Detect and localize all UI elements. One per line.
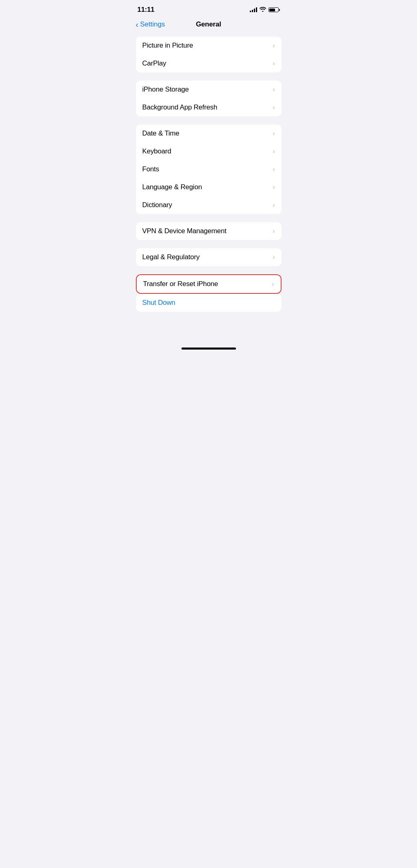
list-item-date-time[interactable]: Date & Time › [136,125,282,142]
list-item-label: Dictionary [142,201,172,209]
section-pip-carplay: Picture in Picture › CarPlay › [136,37,282,72]
settings-content: Picture in Picture › CarPlay › iPhone St… [129,37,288,336]
list-item-keyboard[interactable]: Keyboard › [136,142,282,160]
chevron-right-icon: › [273,104,275,111]
list-item-label: Transfer or Reset iPhone [143,280,218,288]
chevron-right-icon: › [273,60,275,67]
wifi-icon [260,7,266,13]
chevron-right-icon: › [273,227,275,235]
chevron-right-icon: › [273,254,275,261]
list-item-picture-in-picture[interactable]: Picture in Picture › [136,37,282,55]
shutdown-label: Shut Down [142,299,175,307]
signal-bars-icon [250,7,257,12]
list-item-label: VPN & Device Management [142,227,227,235]
status-time: 11:11 [138,6,155,14]
list-item-label: Legal & Regulatory [142,253,200,261]
list-item-legal-regulatory[interactable]: Legal & Regulatory › [136,248,282,266]
battery-icon [269,7,280,12]
chevron-right-icon: › [273,42,275,49]
list-item-shutdown[interactable]: Shut Down [136,294,282,312]
navigation-bar: ‹ Settings General [129,17,288,33]
back-chevron-icon: ‹ [136,20,139,28]
list-item-label: Picture in Picture [142,42,193,50]
home-bar [181,348,236,350]
back-button-label: Settings [140,20,165,28]
signal-bar-3 [254,9,255,12]
status-bar: 11:11 [129,0,288,17]
signal-bar-4 [256,7,257,12]
list-item-fonts[interactable]: Fonts › [136,160,282,178]
chevron-right-icon: › [272,280,274,288]
home-indicator [129,344,288,353]
chevron-right-icon: › [273,86,275,93]
section-shutdown: Shut Down [136,294,282,312]
chevron-right-icon: › [273,166,275,173]
chevron-right-icon: › [273,148,275,155]
list-item-transfer-reset[interactable]: Transfer or Reset iPhone › [137,275,281,293]
section-vpn: VPN & Device Management › [136,222,282,240]
chevron-right-icon: › [273,130,275,137]
back-button[interactable]: ‹ Settings [136,20,165,28]
list-item-iphone-storage[interactable]: iPhone Storage › [136,81,282,98]
list-item-dictionary[interactable]: Dictionary › [136,196,282,214]
list-item-carplay[interactable]: CarPlay › [136,55,282,72]
list-item-label: Background App Refresh [142,103,218,112]
signal-bar-2 [252,10,253,12]
section-date-language: Date & Time › Keyboard › Fonts › Languag… [136,125,282,214]
list-item-vpn-device-management[interactable]: VPN & Device Management › [136,222,282,240]
list-item-label: Fonts [142,165,159,173]
list-item-label: Date & Time [142,129,179,138]
status-icons [250,7,280,13]
section-storage-refresh: iPhone Storage › Background App Refresh … [136,81,282,116]
page-title: General [196,20,221,28]
chevron-right-icon: › [273,184,275,191]
list-item-label: CarPlay [142,59,166,68]
list-item-language-region[interactable]: Language & Region › [136,178,282,196]
chevron-right-icon: › [273,201,275,209]
list-item-label: Language & Region [142,183,202,191]
signal-bar-1 [250,11,251,12]
list-item-label: iPhone Storage [142,85,189,94]
list-item-label: Keyboard [142,147,171,155]
section-legal: Legal & Regulatory › [136,248,282,266]
list-item-background-app-refresh[interactable]: Background App Refresh › [136,98,282,116]
section-transfer-reset: Transfer or Reset iPhone › [136,274,282,294]
